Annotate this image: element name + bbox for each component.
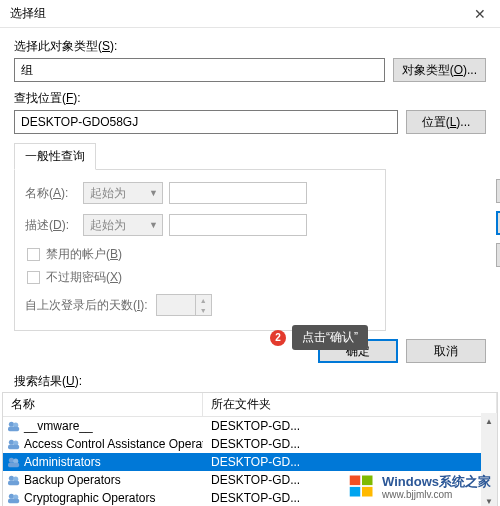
group-icon [7, 438, 21, 450]
row-folder: DESKTOP-GD... [203, 473, 497, 487]
desc-match-combo[interactable]: 起始为▼ [83, 214, 163, 236]
desc-input[interactable] [169, 214, 307, 236]
group-icon [7, 492, 21, 504]
query-pane: 名称(A): 起始为▼ 描述(D): 起始为▼ 禁用的帐户(B) 不 [14, 169, 386, 331]
tab-common-queries[interactable]: 一般性查询 [14, 143, 96, 170]
svg-rect-17 [8, 499, 19, 503]
annotation-text: 点击“确认” [292, 325, 368, 350]
chevron-down-icon: ▼ [149, 188, 158, 198]
row-folder: DESKTOP-GD... [203, 455, 497, 469]
table-row[interactable]: Cryptographic OperatorsDESKTOP-GD... [3, 489, 497, 506]
stop-button[interactable]: 停止(T) [496, 243, 500, 267]
days-input[interactable]: ▲▼ [156, 294, 212, 316]
table-row[interactable]: Access Control Assistance Operato...DESK… [3, 435, 497, 453]
days-spinner[interactable]: ▲▼ [195, 295, 211, 315]
svg-rect-5 [8, 427, 19, 431]
table-row[interactable]: __vmware__DESKTOP-GD... [3, 417, 497, 435]
column-folder[interactable]: 所在文件夹 [203, 393, 497, 416]
search-results-label: 搜索结果(U): [0, 373, 500, 392]
object-type-label: 选择此对象类型(S): [14, 38, 486, 55]
annotation-badge: 2 [270, 330, 286, 346]
row-name: Backup Operators [24, 473, 121, 487]
column-name[interactable]: 名称 [3, 393, 203, 416]
row-name: Access Control Assistance Operato... [24, 437, 203, 451]
svg-point-12 [9, 476, 14, 481]
object-type-field[interactable]: 组 [14, 58, 385, 82]
row-folder: DESKTOP-GD... [203, 491, 497, 505]
svg-rect-14 [8, 481, 19, 485]
group-icon [7, 420, 21, 432]
disabled-accounts-checkbox[interactable] [27, 248, 40, 261]
find-now-button[interactable]: 立即查找(N) [496, 211, 500, 235]
group-icon [7, 474, 21, 486]
table-row[interactable]: Backup OperatorsDESKTOP-GD... [3, 471, 497, 489]
scroll-up-icon[interactable]: ▲ [481, 413, 497, 429]
object-types-button[interactable]: 对象类型(O)... [393, 58, 486, 82]
name-label: 名称(A): [25, 185, 77, 202]
svg-point-9 [9, 458, 14, 463]
titlebar: 选择组 ✕ [0, 0, 500, 28]
days-label: 自上次登录后的天数(I): [25, 297, 148, 314]
row-folder: DESKTOP-GD... [203, 419, 497, 433]
noexpire-password-checkbox[interactable] [27, 271, 40, 284]
disabled-accounts-label: 禁用的帐户(B) [46, 246, 122, 263]
results-header: 名称 所在文件夹 [3, 393, 497, 417]
row-folder: DESKTOP-GD... [203, 437, 497, 451]
columns-button[interactable]: 列(C)... [496, 179, 500, 203]
svg-rect-8 [8, 445, 19, 449]
results-table[interactable]: 名称 所在文件夹 __vmware__DESKTOP-GD...Access C… [2, 392, 498, 506]
scroll-down-icon[interactable]: ▼ [481, 493, 497, 506]
group-icon [7, 456, 21, 468]
name-match-combo[interactable]: 起始为▼ [83, 182, 163, 204]
close-button[interactable]: ✕ [460, 0, 500, 28]
svg-rect-11 [8, 463, 19, 467]
locations-button[interactable]: 位置(L)... [406, 110, 486, 134]
results-scrollbar[interactable]: ▲ ▼ [481, 413, 497, 506]
svg-point-6 [9, 440, 14, 445]
chevron-down-icon: ▼ [149, 220, 158, 230]
location-field[interactable]: DESKTOP-GDO58GJ [14, 110, 398, 134]
svg-point-15 [9, 494, 14, 499]
desc-label: 描述(D): [25, 217, 77, 234]
table-row[interactable]: AdministratorsDESKTOP-GD... [3, 453, 497, 471]
name-input[interactable] [169, 182, 307, 204]
row-name: Administrators [24, 455, 101, 469]
close-icon: ✕ [474, 6, 486, 22]
location-label: 查找位置(F): [14, 90, 486, 107]
row-name: __vmware__ [24, 419, 93, 433]
cancel-button[interactable]: 取消 [406, 339, 486, 363]
noexpire-password-label: 不过期密码(X) [46, 269, 122, 286]
svg-point-3 [9, 422, 14, 427]
window-title: 选择组 [10, 5, 46, 22]
annotation-callout: 2 点击“确认” [270, 325, 368, 350]
row-name: Cryptographic Operators [24, 491, 155, 505]
